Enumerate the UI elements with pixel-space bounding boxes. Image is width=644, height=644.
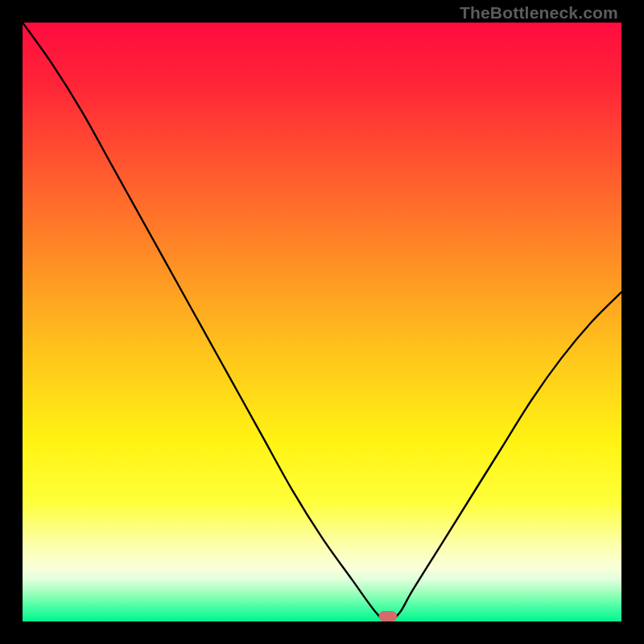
optimal-marker	[379, 611, 397, 621]
chart-svg	[23, 23, 621, 621]
watermark-text: TheBottleneck.com	[460, 3, 618, 23]
plot-area	[23, 23, 621, 621]
chart-container: TheBottleneck.com	[0, 0, 644, 644]
gradient-background	[23, 23, 621, 621]
